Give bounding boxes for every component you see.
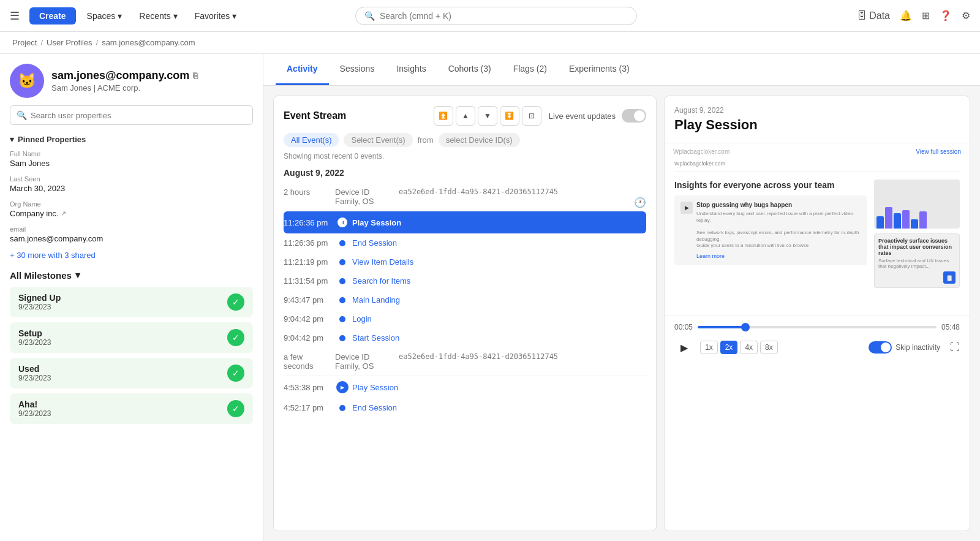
live-toggle[interactable] [622, 109, 646, 123]
speed-1x-button[interactable]: 1x [700, 341, 718, 354]
grid-button[interactable]: ⊞ [922, 10, 930, 21]
topnav-right-actions: 🗄 Data 🔔 ⊞ ❓ ⚙ [857, 10, 970, 21]
play-panel-date: August 9, 2022 [674, 106, 960, 115]
gear-icon: ⚙ [962, 10, 970, 21]
event-time: 9:04:42 pm [284, 333, 333, 342]
bar-chart [876, 204, 927, 229]
help-button[interactable]: ❓ [940, 10, 952, 21]
milestone-check-icon: ✓ [227, 365, 244, 382]
event-row[interactable]: 9:43:47 pm Main Landing [284, 290, 646, 309]
fullscreen-button[interactable]: ⛶ [950, 342, 960, 353]
left-panel: 🐱 sam.jones@company.com ⎘ Sam Jones | AC… [0, 54, 263, 541]
data-button[interactable]: 🗄 Data [857, 10, 890, 21]
notifications-button[interactable]: 🔔 [900, 10, 912, 21]
tab-cohorts----[interactable]: Cohorts (3) [437, 54, 502, 85]
milestone-item[interactable]: Aha!9/23/2023✓ [10, 393, 253, 424]
device-filter[interactable]: select Device ID(s) [439, 133, 520, 147]
progress-bar[interactable] [698, 326, 937, 328]
milestones-header[interactable]: All Milestones ▾ [10, 270, 253, 281]
milestone-item[interactable]: Setup9/23/2023✓ [10, 322, 253, 353]
search-icon: 🔍 [17, 110, 27, 120]
event-row[interactable]: 11:26:36 pm End Session [284, 233, 646, 252]
event-name: Login [352, 314, 646, 323]
time-start: 00:05 [674, 323, 693, 331]
speed-2x-button[interactable]: 2x [720, 341, 738, 354]
skip-label: Skip inactivity [895, 343, 940, 352]
spaces-dropdown[interactable]: Spaces ▾ [81, 7, 129, 25]
copy-email-icon[interactable]: ⎘ [193, 71, 198, 80]
event-row[interactable]: 11:26:36 pm ⏸ Play Session [284, 211, 646, 233]
play-panel-header: August 9, 2022 Play Session [665, 96, 970, 143]
tab-sessions[interactable]: Sessions [329, 54, 386, 85]
event-dot [339, 335, 345, 341]
nav-up-button[interactable]: ▲ [456, 106, 475, 126]
filter-row: All Event(s) Select Event(s) from select… [284, 133, 646, 147]
play-pause-button[interactable]: ▶ [674, 338, 694, 357]
event-name: Main Landing [352, 295, 646, 305]
event-name: Play Session [352, 383, 646, 392]
speed-4x-button[interactable]: 4x [740, 341, 758, 354]
search-input[interactable] [380, 11, 628, 21]
pinned-properties-header[interactable]: ▾ Pinned Properties [10, 135, 253, 144]
event-time: 9:43:47 pm [284, 295, 333, 305]
avatar: 🐱 [10, 64, 44, 98]
tab-experiments----[interactable]: Experiments (3) [558, 54, 641, 85]
event-time: 11:26:36 pm [284, 238, 333, 248]
event-row[interactable]: 11:21:19 pm View Item Details [284, 252, 646, 271]
breadcrumb-current: sam.jones@company.com [102, 38, 195, 47]
event-dot [339, 278, 345, 284]
top-navigation: ☰ Create Spaces ▾ Recents ▾ Favorites ▾ … [0, 0, 980, 32]
play-icon: ▶ [336, 381, 349, 393]
bell-icon: 🔔 [900, 10, 912, 21]
chevron-down-icon: ▾ [232, 11, 236, 21]
property-search[interactable]: 🔍 [10, 105, 253, 125]
event-row[interactable]: 9:04:42 pm Login [284, 309, 646, 328]
breadcrumb-project[interactable]: Project [12, 38, 37, 47]
event-date-header: August 9, 2022 [284, 168, 646, 178]
search-icon: 🔍 [364, 11, 375, 21]
right-content: ActivitySessionsInsightsCohorts (3)Flags… [263, 54, 980, 541]
event-name: Search for Items [352, 276, 646, 286]
progress-thumb [741, 323, 750, 331]
milestone-item[interactable]: Used9/23/2023✓ [10, 358, 253, 388]
breadcrumb-profiles[interactable]: User Profiles [47, 38, 92, 47]
all-events-filter[interactable]: All Event(s) [284, 133, 339, 147]
milestone-item[interactable]: Signed Up9/23/2023✓ [10, 287, 253, 317]
external-link-icon[interactable]: ↗ [61, 210, 66, 218]
skip-inactivity-toggle: Skip inactivity [869, 341, 940, 354]
settings-button[interactable]: ⚙ [962, 10, 970, 21]
favorites-dropdown[interactable]: Favorites ▾ [189, 7, 243, 25]
select-events-filter[interactable]: Select Event(s) [344, 133, 412, 147]
more-properties-link[interactable]: + 30 more with 3 shared [10, 251, 253, 260]
tab-activity[interactable]: Activity [276, 54, 329, 85]
event-time: 9:04:42 pm [284, 314, 333, 323]
milestone-check-icon: ✓ [227, 329, 244, 346]
tab-insights[interactable]: Insights [385, 54, 437, 85]
speed-8x-button[interactable]: 8x [760, 341, 778, 354]
clock-icon[interactable]: 🕐 [634, 197, 646, 208]
progress-bar-container: 00:05 05:48 [674, 323, 960, 331]
user-name-block: sam.jones@company.com ⎘ Sam Jones | ACME… [51, 69, 253, 93]
main-layout: 🐱 sam.jones@company.com ⎘ Sam Jones | AC… [0, 54, 980, 541]
view-full-session-link[interactable]: View full session [912, 147, 965, 156]
skip-toggle-switch[interactable] [869, 341, 892, 354]
tab-flags----[interactable]: Flags (2) [502, 54, 558, 85]
nav-down-button[interactable]: ▼ [478, 106, 497, 126]
device-row: a few secondsDevice ID Family, OSea52e6e… [284, 347, 646, 376]
nav-bottom-button[interactable]: ⏬ [500, 106, 519, 126]
event-row[interactable]: 9:04:42 pm Start Session [284, 328, 646, 347]
nav-refresh-button[interactable]: ⊡ [522, 106, 541, 126]
nav-top-button[interactable]: ⏫ [434, 106, 453, 126]
create-button[interactable]: Create [29, 7, 76, 25]
live-label: Live event updates [549, 112, 616, 121]
event-row[interactable]: 4:53:38 pm ▶ Play Session [284, 376, 646, 398]
global-search[interactable]: 🔍 [355, 7, 637, 25]
database-icon: 🗄 [857, 10, 867, 21]
event-row[interactable]: 4:52:17 pm End Session [284, 398, 646, 417]
event-name: End Session [352, 403, 646, 412]
property-search-input[interactable] [31, 111, 246, 120]
hamburger-icon[interactable]: ☰ [10, 9, 20, 23]
event-dot [339, 316, 345, 322]
event-row[interactable]: 11:31:54 pm Search for Items [284, 271, 646, 290]
recents-dropdown[interactable]: Recents ▾ [133, 7, 183, 25]
